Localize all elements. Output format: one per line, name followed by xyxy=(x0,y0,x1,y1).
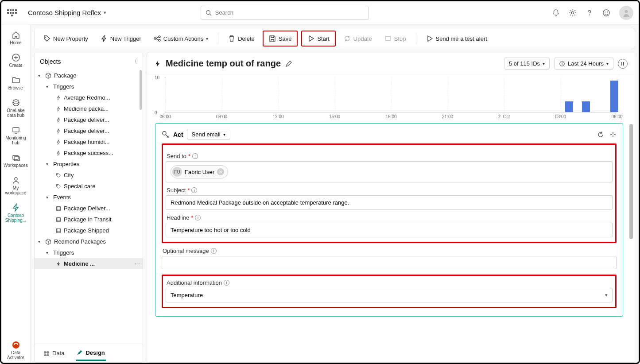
rail-monitoring[interactable]: Monitoring hub xyxy=(3,123,29,148)
chart-area: 01006:0009:0012:0015:0018:0021:002. Oct0… xyxy=(147,74,635,117)
tree-item-trigger[interactable]: Package deliver... xyxy=(35,125,143,136)
tree-item-event[interactable]: Package Deliver... xyxy=(35,203,143,214)
optional-msg-label: Optional message xyxy=(163,248,209,254)
send-test-button[interactable]: Send me a test alert xyxy=(422,32,492,45)
svg-rect-19 xyxy=(386,36,390,41)
svg-rect-22 xyxy=(57,206,61,210)
x-tick: 03:00 xyxy=(555,114,566,119)
svg-point-3 xyxy=(589,14,590,15)
send-to-field[interactable]: FU Fabric User ✕ xyxy=(166,161,613,182)
tree-group-events[interactable]: ▾Events xyxy=(35,192,143,203)
action-icon xyxy=(162,131,170,139)
tree-scrollbar[interactable] xyxy=(140,70,142,110)
chart-bar xyxy=(565,101,573,112)
time-range-selector[interactable]: Last 24 Hours▾ xyxy=(554,58,613,70)
save-button[interactable]: Save xyxy=(264,32,296,45)
tree-node-package[interactable]: ▾ Package xyxy=(35,70,143,81)
rail-browse[interactable]: Browse xyxy=(3,73,29,93)
account-avatar[interactable] xyxy=(619,6,633,20)
chart-bar xyxy=(582,101,590,112)
rail-onelake[interactable]: OneLake data hub xyxy=(3,96,29,120)
command-bar: New Property New Trigger Custom Actions … xyxy=(34,28,635,49)
workspace-switcher[interactable]: Contoso Shipping Reflex ▾ xyxy=(28,9,106,16)
trash-icon xyxy=(228,35,235,42)
tree-item-trigger[interactable]: Package success... xyxy=(35,147,143,159)
additional-info-label: Additional information xyxy=(167,279,222,286)
settings-icon[interactable] xyxy=(569,9,577,17)
tree-item-event[interactable]: Package In Transit xyxy=(35,214,143,225)
send-icon xyxy=(426,35,433,42)
tree-item-trigger[interactable]: Medicine packa... xyxy=(35,103,143,114)
svg-point-18 xyxy=(159,39,160,41)
activator-icon xyxy=(12,341,20,349)
rail-my-workspace[interactable]: My workspace xyxy=(3,173,29,198)
rail-data-activator[interactable]: Data Activator xyxy=(3,338,29,363)
tree-item-medicine-trigger[interactable]: Medicine ... ⋯ xyxy=(35,258,143,269)
start-button[interactable]: Start xyxy=(303,32,334,45)
revert-icon[interactable] xyxy=(597,131,604,138)
info-icon[interactable]: i xyxy=(195,215,201,221)
tree-node-redmond[interactable]: ▾ Redmond Packages xyxy=(35,236,143,247)
collapse-panel-icon[interactable]: 〈 xyxy=(131,58,137,66)
optional-message-input[interactable] xyxy=(162,256,617,269)
recipient-chip[interactable]: FU Fabric User ✕ xyxy=(171,165,228,178)
delete-button[interactable]: Delete xyxy=(224,32,259,45)
rail-create[interactable]: Create xyxy=(3,50,29,70)
tree-group-properties[interactable]: ▾Properties xyxy=(35,159,143,170)
action-type-selector[interactable]: Send email ▾ xyxy=(187,129,230,140)
search-input[interactable] xyxy=(215,9,364,16)
new-property-button[interactable]: New Property xyxy=(39,32,93,45)
rail-current-item[interactable]: Contoso Shipping... xyxy=(3,201,29,225)
tree-item-trigger[interactable]: Package humidi... xyxy=(35,136,143,147)
app-launcher-icon[interactable] xyxy=(7,8,17,18)
svg-point-21 xyxy=(57,185,58,186)
tree-item-property[interactable]: City xyxy=(35,170,143,181)
info-icon[interactable]: i xyxy=(211,248,217,254)
rail-workspaces[interactable]: Workspaces xyxy=(3,151,29,170)
bolt-icon xyxy=(154,60,161,67)
info-icon[interactable]: i xyxy=(224,280,229,286)
objects-tree[interactable]: ▾ Package ▾Triggers Average Redmo...Medi… xyxy=(35,70,143,344)
rail-home[interactable]: Home xyxy=(3,28,29,48)
additional-info-select[interactable]: Temperature ▾ xyxy=(166,288,613,302)
workspaces-icon xyxy=(12,153,20,162)
person-icon xyxy=(12,176,20,185)
tree-group-redmond-triggers[interactable]: ▾Triggers xyxy=(35,247,143,258)
cube-icon xyxy=(45,73,51,79)
custom-actions-button[interactable]: Custom Actions ▾ xyxy=(149,32,213,45)
tree-item-event[interactable]: Package Shipped xyxy=(35,225,143,236)
ids-selector[interactable]: 5 of 115 IDs▾ xyxy=(504,58,550,70)
new-trigger-button[interactable]: New Trigger xyxy=(96,32,146,45)
x-tick: 06:00 xyxy=(159,114,171,119)
more-icon[interactable]: ⋯ xyxy=(134,260,140,267)
tree-item-trigger[interactable]: Package deliver... xyxy=(35,114,143,125)
app-title-text: Contoso Shipping Reflex xyxy=(28,9,101,16)
svg-point-7 xyxy=(624,10,628,13)
tree-group-triggers[interactable]: ▾Triggers xyxy=(35,81,143,92)
update-button: Update xyxy=(339,32,376,45)
headline-input[interactable]: Temperature too hot or too cold xyxy=(166,223,613,237)
tree-item-trigger[interactable]: Average Redmo... xyxy=(35,92,143,103)
more-options-icon[interactable] xyxy=(609,131,617,138)
tab-data[interactable]: Data xyxy=(43,346,65,360)
search-box[interactable] xyxy=(201,6,369,20)
tab-design[interactable]: Design xyxy=(76,346,105,361)
edit-title-icon[interactable] xyxy=(285,60,292,67)
svg-point-2 xyxy=(571,12,574,14)
save-icon xyxy=(269,35,276,42)
tag-icon xyxy=(43,35,50,42)
remove-recipient-icon[interactable]: ✕ xyxy=(217,168,224,175)
info-icon[interactable]: i xyxy=(191,187,197,193)
feedback-icon[interactable] xyxy=(602,9,610,17)
help-icon[interactable] xyxy=(586,9,593,17)
home-icon xyxy=(12,31,20,39)
notifications-icon[interactable] xyxy=(552,9,560,17)
designer-scrollbar[interactable] xyxy=(629,124,633,239)
chevron-down-icon: ▾ xyxy=(605,292,608,298)
pause-button[interactable] xyxy=(618,59,628,69)
bolt-icon xyxy=(56,261,61,267)
info-icon[interactable]: i xyxy=(192,153,198,159)
tree-item-property[interactable]: Special care xyxy=(35,181,143,192)
subject-input[interactable]: Redmond Medical Package outside on accep… xyxy=(166,195,613,210)
x-tick: 18:00 xyxy=(385,114,396,119)
